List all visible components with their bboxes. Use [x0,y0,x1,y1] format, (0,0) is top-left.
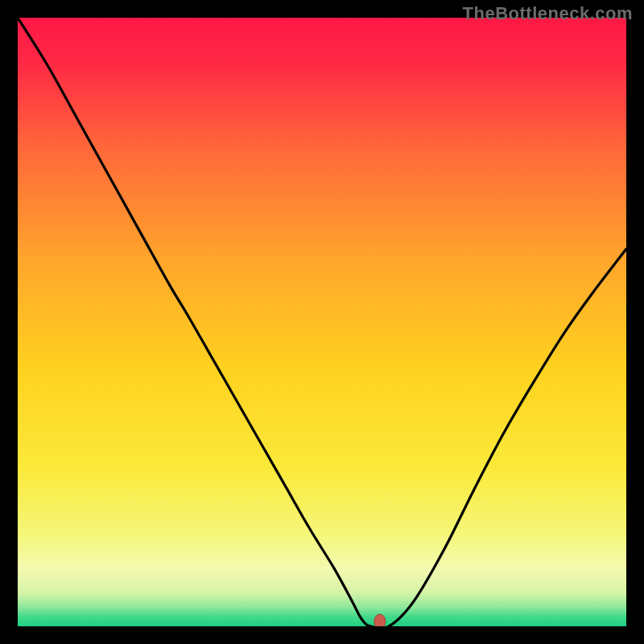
plot-background [18,18,626,626]
chart-frame: TheBottleneck.com [0,0,644,644]
bottleneck-chart [18,18,626,626]
watermark-text: TheBottleneck.com [463,3,633,24]
optimum-marker [374,614,386,626]
